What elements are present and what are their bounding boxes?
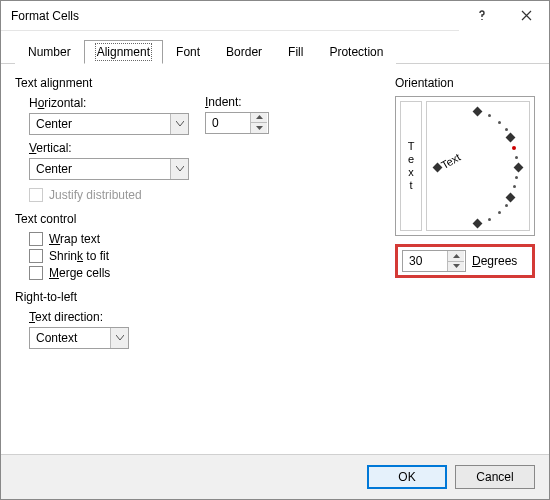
dot-icon <box>498 211 501 214</box>
orientation-dial[interactable]: Text <box>426 101 530 231</box>
text-alignment-title: Text alignment <box>15 76 379 90</box>
vertical-label: Vertical: <box>29 141 379 155</box>
text-alignment-section: Text alignment Horizontal: Center Indent… <box>15 76 379 202</box>
shrink-to-fit-checkbox[interactable]: Shrink to fit <box>29 249 379 263</box>
tab-protection[interactable]: Protection <box>316 40 396 64</box>
left-column: Text alignment Horizontal: Center Indent… <box>15 76 379 444</box>
tab-border[interactable]: Border <box>213 40 275 64</box>
indent-spin-down[interactable] <box>251 122 267 133</box>
vertical-value: Center <box>30 159 170 179</box>
chevron-down-icon[interactable] <box>170 114 188 134</box>
degrees-highlight: Degrees <box>395 244 535 278</box>
dot-icon <box>505 128 508 131</box>
text-control-title: Text control <box>15 212 379 226</box>
dot-icon <box>488 218 491 221</box>
checkbox-icon <box>29 232 43 246</box>
titlebar: Format Cells <box>1 1 549 31</box>
orientation-vertical-text-button[interactable]: Text <box>400 101 422 231</box>
degrees-spinner[interactable] <box>402 250 466 272</box>
text-control-section: Text control Wrap text Shrink to fit Mer… <box>15 212 379 280</box>
orientation-text-label: Text <box>439 151 462 171</box>
checkbox-icon <box>29 249 43 263</box>
indent-label: Indent: <box>205 95 269 109</box>
tab-fill[interactable]: Fill <box>275 40 316 64</box>
dot-icon <box>488 114 491 117</box>
diamond-icon <box>472 218 482 228</box>
indent-input[interactable] <box>206 113 250 133</box>
cancel-button[interactable]: Cancel <box>455 465 535 489</box>
format-cells-dialog: Format Cells Number Alignment Font Borde… <box>0 0 550 500</box>
degrees-spin-down[interactable] <box>448 261 464 272</box>
tab-alignment[interactable]: Alignment <box>84 40 163 64</box>
tab-strip: Number Alignment Font Border Fill Protec… <box>1 31 549 64</box>
rtl-title: Right-to-left <box>15 290 379 304</box>
window-title: Format Cells <box>11 9 459 23</box>
degrees-spin-up[interactable] <box>448 251 464 261</box>
dot-icon <box>513 185 516 188</box>
dot-icon <box>515 156 518 159</box>
dialog-footer: OK Cancel <box>1 454 549 499</box>
chevron-down-icon[interactable] <box>170 159 188 179</box>
orientation-box: Text <box>395 96 535 236</box>
text-direction-combo[interactable]: Context <box>29 327 129 349</box>
diamond-icon <box>505 132 515 142</box>
tab-font[interactable]: Font <box>163 40 213 64</box>
horizontal-value: Center <box>30 114 170 134</box>
indent-spin-up[interactable] <box>251 113 267 123</box>
horizontal-label: Horizontal: <box>29 96 379 110</box>
dialog-body: Text alignment Horizontal: Center Indent… <box>1 64 549 454</box>
diamond-icon <box>505 192 515 202</box>
chevron-down-icon[interactable] <box>110 328 128 348</box>
orientation-title: Orientation <box>395 76 535 90</box>
degrees-label: Degrees <box>472 254 517 268</box>
indent-spinner[interactable] <box>205 112 269 134</box>
diamond-icon <box>513 162 523 172</box>
justify-distributed-checkbox: Justify distributed <box>29 188 379 202</box>
dot-icon <box>498 121 501 124</box>
orientation-section: Orientation Text <box>395 76 535 444</box>
close-button[interactable] <box>504 1 549 31</box>
merge-cells-checkbox[interactable]: Merge cells <box>29 266 379 280</box>
horizontal-combo[interactable]: Center <box>29 113 189 135</box>
wrap-text-checkbox[interactable]: Wrap text <box>29 232 379 246</box>
dot-icon <box>515 176 518 179</box>
ok-button[interactable]: OK <box>367 465 447 489</box>
diamond-icon <box>472 106 482 116</box>
vertical-combo[interactable]: Center <box>29 158 189 180</box>
orientation-indicator <box>512 146 516 150</box>
rtl-section: Right-to-left Text direction: Context <box>15 290 379 349</box>
checkbox-icon <box>29 188 43 202</box>
degrees-input[interactable] <box>403 251 447 271</box>
text-direction-value: Context <box>30 328 110 348</box>
checkbox-icon <box>29 266 43 280</box>
help-button[interactable] <box>459 1 504 31</box>
tab-number[interactable]: Number <box>15 40 84 64</box>
text-direction-label: Text direction: <box>29 310 379 324</box>
dot-icon <box>505 204 508 207</box>
